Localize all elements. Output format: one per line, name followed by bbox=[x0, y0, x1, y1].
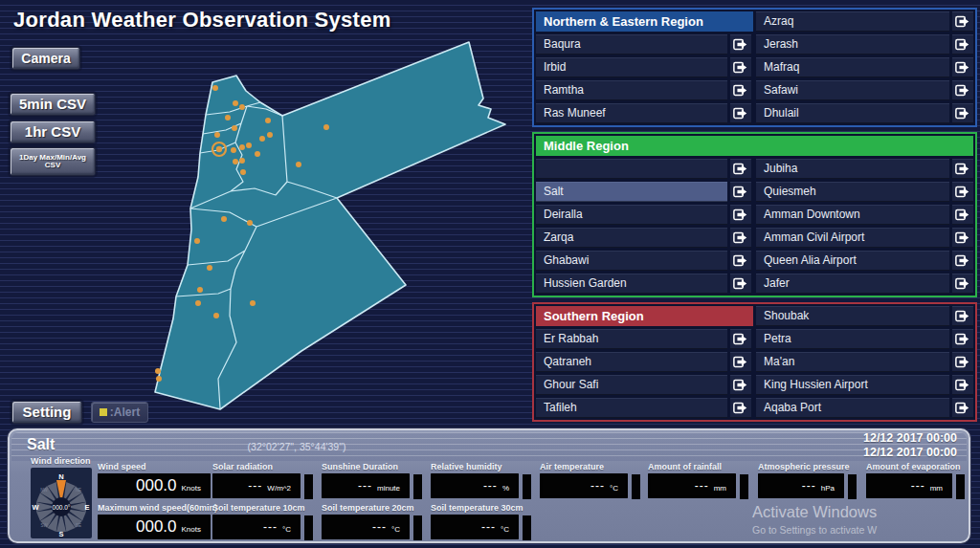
station-item-petra[interactable]: Petra bbox=[756, 329, 949, 349]
wind-direction-value: 000.0° bbox=[53, 504, 71, 511]
station-item-azraq[interactable]: Azraq bbox=[756, 11, 949, 32]
field-atmospheric-pressure: Atmospheric pressure ---hPa bbox=[758, 462, 844, 498]
open-station-button[interactable] bbox=[952, 274, 973, 294]
open-station-button[interactable] bbox=[730, 228, 751, 248]
evaporation-display: ---mm bbox=[866, 473, 952, 498]
station-item-amman-downtown[interactable]: Amman Downtown bbox=[756, 205, 949, 225]
station-item-dhulail[interactable]: Dhulail bbox=[756, 103, 949, 123]
open-station-button[interactable] bbox=[730, 80, 751, 100]
app-background: Jordan Weather Observation System Camera… bbox=[0, 0, 980, 548]
open-station-button[interactable] bbox=[952, 159, 973, 179]
csv-5min-button[interactable]: 5min CSV bbox=[10, 93, 96, 116]
open-station-button[interactable] bbox=[730, 329, 751, 349]
open-station-button[interactable] bbox=[730, 352, 751, 372]
open-station-button[interactable] bbox=[730, 375, 751, 395]
csv-1hr-button[interactable]: 1hr CSV bbox=[10, 121, 96, 143]
selected-station-name: Salt bbox=[27, 436, 55, 453]
station-item-aqaba-port[interactable]: Aqaba Port bbox=[756, 398, 949, 418]
field-relative-humidity: Relative humidity ---% bbox=[431, 462, 519, 498]
alert-indicator bbox=[304, 474, 313, 499]
station-item-ghour-safi[interactable]: Ghour Safi bbox=[536, 375, 727, 395]
soil-temp-30cm-display: ---°C bbox=[431, 515, 519, 539]
open-station-button[interactable] bbox=[952, 34, 973, 55]
open-station-button[interactable] bbox=[952, 103, 973, 123]
open-station-button[interactable] bbox=[730, 274, 751, 294]
station-item-ramtha[interactable]: Ramtha bbox=[536, 80, 727, 100]
open-station-button[interactable] bbox=[952, 251, 973, 271]
station-item-irbid[interactable]: Irbid bbox=[536, 57, 727, 77]
station-item-maan[interactable]: Ma'an bbox=[756, 352, 949, 372]
station-item-hussien-garden[interactable]: Hussien Garden bbox=[536, 274, 727, 294]
open-station-button[interactable] bbox=[730, 159, 751, 179]
svg-text:SW: SW bbox=[40, 523, 48, 528]
open-station-button[interactable] bbox=[730, 205, 751, 225]
alert-indicator bbox=[523, 474, 531, 499]
open-station-button[interactable] bbox=[952, 57, 973, 77]
field-maximum-wind-speed: Maximum wind speed(60min) 000.0Knots bbox=[98, 503, 211, 539]
open-station-button[interactable] bbox=[730, 34, 751, 55]
open-station-button[interactable] bbox=[952, 11, 973, 32]
page-title: Jordan Weather Observation System bbox=[13, 8, 391, 33]
open-station-button[interactable] bbox=[730, 398, 751, 418]
station-item-mafraq[interactable]: Mafraq bbox=[756, 57, 949, 77]
timestamp-1: 12/12 2017 00:00 bbox=[863, 431, 957, 446]
open-station-button[interactable] bbox=[952, 205, 973, 225]
svg-text:NW: NW bbox=[40, 488, 48, 493]
station-item-amman-civil-airport[interactable]: Amman Civil Airport bbox=[756, 228, 949, 248]
station-item-baqura[interactable]: Baqura bbox=[536, 34, 727, 55]
alert-indicator bbox=[632, 474, 640, 499]
field-soil-temperature-20cm: Soil temperature 20cm ---°C bbox=[322, 503, 410, 539]
field-wind-direction: Wind direction 00 bbox=[31, 456, 92, 542]
open-station-button[interactable] bbox=[730, 182, 751, 202]
open-station-button[interactable] bbox=[952, 80, 973, 100]
camera-button[interactable]: Camera bbox=[11, 47, 80, 70]
field-amount-of-evaporation: Amount of evaporation ---mm bbox=[866, 462, 952, 498]
open-station-button[interactable] bbox=[730, 57, 751, 77]
station-item-jubiha[interactable]: Jubiha bbox=[756, 159, 949, 179]
csv-1day-button[interactable]: 1Day Max/Min/Avg CSV bbox=[10, 147, 96, 176]
station-item-jerash[interactable]: Jerash bbox=[756, 34, 949, 55]
station-item-salt-selected[interactable]: Salt bbox=[536, 182, 727, 202]
station-item-quiesmeh[interactable]: Quiesmeh bbox=[756, 182, 949, 202]
open-station-button[interactable] bbox=[952, 375, 973, 395]
panel-southern-region: Southern Region Er Rabbah Qatraneh Ghour… bbox=[532, 302, 977, 422]
station-item-ras-muneef[interactable]: Ras Muneef bbox=[536, 103, 727, 123]
station-item-tafileh[interactable]: Tafileh bbox=[536, 398, 727, 418]
open-station-button[interactable] bbox=[730, 251, 751, 271]
svg-text:N: N bbox=[58, 472, 63, 481]
pressure-display: ---hPa bbox=[758, 473, 844, 498]
station-item-zarqa[interactable]: Zarqa bbox=[536, 228, 727, 248]
station-item-king-hussien-airport[interactable]: King Hussien Airport bbox=[756, 375, 949, 395]
solar-radiation-display: ---W/m^2 bbox=[212, 473, 301, 498]
csv-1day-line2: CSV bbox=[45, 162, 60, 169]
open-station-button[interactable] bbox=[952, 398, 973, 418]
open-station-button[interactable] bbox=[952, 228, 973, 248]
rainfall-display: ---mm bbox=[648, 473, 736, 498]
air-temperature-display: ---°C bbox=[540, 473, 628, 498]
station-item-deiralla[interactable]: Deiralla bbox=[536, 205, 727, 225]
field-soil-temperature-30cm: Soil temperature 30cm ---°C bbox=[431, 503, 519, 539]
field-amount-of-rainfall: Amount of rainfall ---mm bbox=[648, 462, 736, 498]
soil-temp-20cm-display: ---°C bbox=[322, 515, 410, 539]
alert-indicator bbox=[956, 474, 965, 499]
setting-button[interactable]: Setting bbox=[11, 401, 82, 424]
station-item-ghabawi[interactable]: Ghabawi bbox=[536, 251, 727, 271]
station-item-er-rabbah[interactable]: Er Rabbah bbox=[536, 329, 727, 349]
alert-color-swatch-icon bbox=[100, 408, 107, 416]
station-item-shoubak[interactable]: Shoubak bbox=[756, 306, 949, 326]
open-station-button[interactable] bbox=[952, 182, 973, 202]
alert-legend: :Alert bbox=[91, 402, 148, 423]
svg-text:E: E bbox=[84, 503, 89, 512]
open-station-button[interactable] bbox=[952, 306, 973, 326]
open-station-button[interactable] bbox=[730, 103, 751, 123]
station-item-safawi[interactable]: Safawi bbox=[756, 80, 949, 100]
station-item-queen-alia-airport[interactable]: Queen Alia Airport bbox=[756, 251, 949, 271]
field-solar-radiation: Solar radiation ---W/m^2 bbox=[212, 462, 301, 498]
wind-direction-compass: 000.0° N S W E NW NE SW SE bbox=[31, 468, 92, 538]
station-item-blank[interactable] bbox=[536, 159, 727, 179]
open-station-button[interactable] bbox=[952, 352, 973, 372]
station-item-jafer[interactable]: Jafer bbox=[756, 274, 949, 294]
open-station-button[interactable] bbox=[952, 329, 973, 349]
station-item-qatraneh[interactable]: Qatraneh bbox=[536, 352, 727, 372]
observation-timestamps: 12/12 2017 00:00 12/12 2017 00:00 bbox=[863, 431, 957, 460]
